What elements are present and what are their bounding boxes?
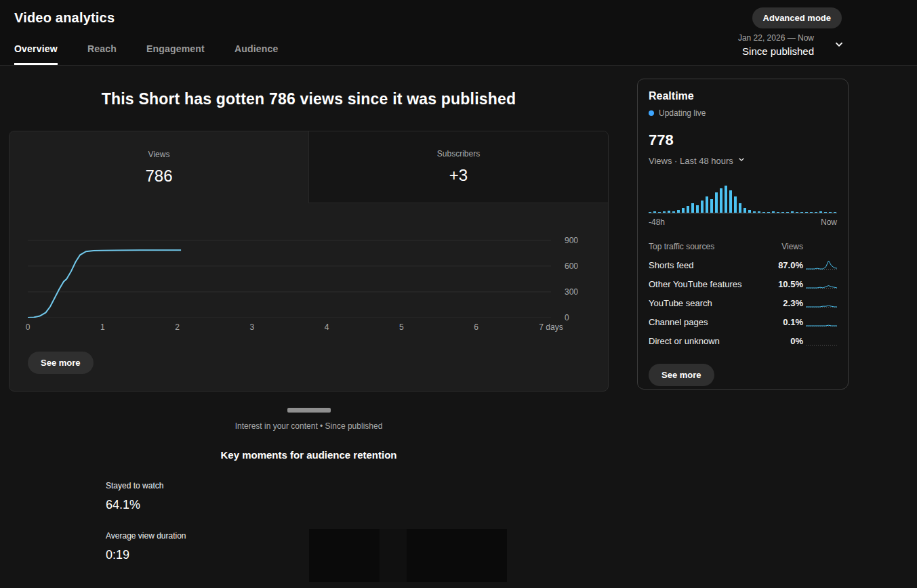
main-column: This Short has gotten 786 views since it… <box>9 66 609 562</box>
date-range-selector[interactable]: Jan 22, 2026 — Now Since published <box>738 33 847 57</box>
metric-tab-views-value: 786 <box>145 167 172 186</box>
line-chart-plot <box>28 232 551 318</box>
traffic-sources-header: Top traffic sources Views <box>649 242 837 251</box>
chevron-down-icon <box>736 154 747 167</box>
player-scrubber[interactable] <box>287 408 331 413</box>
video-frame-gap <box>380 529 407 582</box>
video-frame <box>309 529 380 582</box>
retention-context: Interest in your content • Since publish… <box>9 421 609 431</box>
date-range-text: Jan 22, 2026 — Now <box>738 33 814 43</box>
summary-headline: This Short has gotten 786 views since it… <box>36 90 582 108</box>
x-axis-labels: 01234567 days <box>28 321 551 335</box>
updating-live-row: Updating live <box>649 108 837 118</box>
realtime-bar-chart <box>649 182 837 213</box>
updating-live-label: Updating live <box>659 108 706 118</box>
metric-tab-subscribers-label: Subscribers <box>437 149 480 159</box>
live-dot-icon <box>649 110 654 116</box>
traffic-row-shorts-feed[interactable]: Shorts feed 87.0% <box>649 255 837 274</box>
traffic-sparkline <box>806 260 837 270</box>
realtime-views-selector[interactable]: Views · Last 48 hours <box>649 154 837 167</box>
tab-reach[interactable]: Reach <box>87 30 117 65</box>
metric-tab-subscribers[interactable]: Subscribers +3 <box>308 131 608 203</box>
tab-overview[interactable]: Overview <box>14 30 58 65</box>
video-preview <box>309 529 507 582</box>
realtime-title: Realtime <box>649 90 837 102</box>
axis-left-label: -48h <box>649 217 665 227</box>
top-bar: Video analytics Advanced mode Overview R… <box>0 0 917 66</box>
realtime-axis: -48h Now <box>649 217 837 227</box>
advanced-mode-button[interactable]: Advanced mode <box>752 7 842 28</box>
key-moments-title: Key moments for audience retention <box>9 449 609 461</box>
metric-tab-views-label: Views <box>148 150 170 159</box>
see-more-button[interactable]: See more <box>28 352 94 374</box>
metric-tab-subscribers-value: +3 <box>449 166 468 185</box>
traffic-sparkline <box>806 336 837 345</box>
traffic-sparkline <box>806 298 837 308</box>
views-line-chart: 9006003000 01234567 days <box>28 232 597 333</box>
traffic-row-other-features[interactable]: Other YouTube features 10.5% <box>649 274 837 293</box>
content-area: This Short has gotten 786 views since it… <box>0 66 917 562</box>
chevron-down-icon <box>832 37 847 54</box>
realtime-see-more-button[interactable]: See more <box>649 364 714 386</box>
traffic-sparkline <box>806 317 837 327</box>
traffic-sparkline <box>806 279 837 289</box>
date-range-label: Since published <box>738 45 814 57</box>
views-chart-card: Views 786 Subscribers +3 9006003000 0123… <box>9 131 609 392</box>
realtime-views-label: Views · Last 48 hours <box>649 156 733 166</box>
traffic-header-source: Top traffic sources <box>649 242 772 251</box>
metric-tab-views[interactable]: Views 786 <box>9 131 308 203</box>
axis-right-label: Now <box>821 217 837 227</box>
realtime-views-count: 778 <box>649 131 837 149</box>
stayed-to-watch-label: Stayed to watch <box>106 481 609 490</box>
stayed-to-watch-value: 64.1% <box>106 498 609 512</box>
page-title: Video analytics <box>14 10 115 26</box>
traffic-row-youtube-search[interactable]: YouTube search 2.3% <box>649 293 837 312</box>
tab-audience[interactable]: Audience <box>235 30 279 65</box>
traffic-header-views: Views <box>772 242 803 251</box>
analytics-tabs-row: Overview Reach Engagement Audience Jan 2… <box>0 30 917 66</box>
stayed-to-watch-metric: Stayed to watch 64.1% <box>106 481 609 512</box>
traffic-row-direct-unknown[interactable]: Direct or unknown 0% <box>649 331 837 350</box>
traffic-sources-list: Shorts feed 87.0% Other YouTube features… <box>649 255 837 350</box>
tab-engagement[interactable]: Engagement <box>146 30 205 65</box>
video-frame <box>407 529 507 582</box>
traffic-row-channel-pages[interactable]: Channel pages 0.1% <box>649 312 837 331</box>
realtime-card: Realtime Updating live 778 Views · Last … <box>637 79 849 390</box>
